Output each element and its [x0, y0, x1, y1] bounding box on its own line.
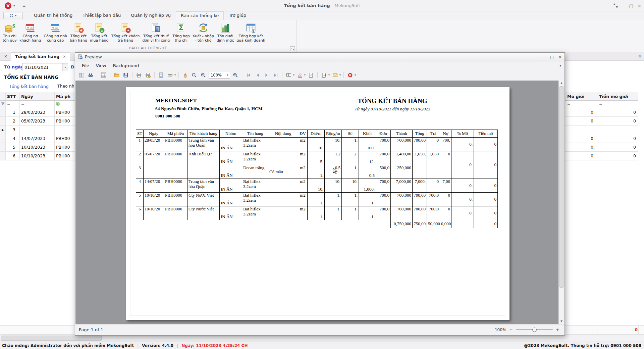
multipage-view-icon[interactable] [285, 71, 292, 79]
open-icon[interactable] [113, 71, 120, 79]
ribbon-tab-quan-tri-he-thong[interactable]: Quản trị hệ thống [29, 11, 77, 20]
email-icon[interactable] [331, 71, 339, 79]
panel-close-icon[interactable]: × [638, 54, 642, 59]
quick-access-dropdown-icon[interactable]: ▾ [13, 4, 15, 7]
page-color-dropdown-icon[interactable]: ▾ [304, 73, 306, 77]
table-row[interactable]: 0.0 [565, 143, 638, 152]
zoom-plus-icon[interactable]: + [556, 327, 559, 332]
table-row[interactable]: 414/07/2023PBH00 [0, 134, 81, 143]
table-row[interactable]: 0.0 [565, 117, 638, 126]
col-header-ngay[interactable]: Ngày [20, 92, 55, 101]
ribbon-tab-thiet-lap-ban-dau[interactable]: Thiết lập ban đầu [77, 11, 126, 20]
preview-minimize-button[interactable]: ─ [543, 55, 545, 59]
document-map-icon[interactable] [78, 71, 85, 79]
close-preview-icon[interactable] [346, 71, 354, 79]
zoom-slider-thumb[interactable] [532, 328, 537, 332]
maximize-button[interactable]: □ [629, 4, 633, 8]
ribbon-button-tong-ket-thue[interactable]: Tổng kết thuếđơn vị thi công [141, 21, 171, 44]
page-setup-icon[interactable] [157, 71, 165, 79]
filter-cell-stt[interactable]: = [6, 101, 20, 108]
scroll-up-icon[interactable]: ▲ [559, 81, 564, 86]
col-header-stt[interactable]: STT [6, 92, 20, 101]
ribbon-button-tong-ket-ban-hang[interactable]: Tổng kếtbán hàng [68, 21, 89, 44]
menu-file[interactable]: File [78, 62, 93, 69]
export-dropdown-icon[interactable]: ▾ [328, 73, 330, 77]
menubar-overflow-icon[interactable]: ▾ [557, 63, 563, 68]
close-all-tabs-icon[interactable]: × [4, 54, 7, 59]
watermark-icon[interactable]: A [307, 71, 315, 79]
table-row[interactable]: 205/07/2023PBH00 [0, 117, 81, 126]
hand-tool-icon[interactable] [181, 71, 189, 79]
ribbon-button-xuat-nhap-ton-kho[interactable]: Xuất - nhập- tồn kho [191, 21, 215, 44]
table-row[interactable]: 128/03/2023PBH00 [0, 108, 81, 117]
zoom-combo[interactable]: 100% ▾ [209, 72, 230, 79]
next-page-icon[interactable] [263, 71, 270, 79]
menu-view[interactable]: View [93, 62, 110, 69]
minimize-button[interactable]: ─ [622, 4, 625, 8]
table-row[interactable]: 510/10/2023PBH00 [0, 143, 81, 152]
table-row[interactable]: 610/10/2023PBH00 [0, 152, 81, 160]
col-header-mo-gioi[interactable]: Mô giới [565, 92, 597, 101]
ribbon-button-tong-ket-khach-tra-hang[interactable]: Tổng kết kháchtrả hàng [110, 21, 141, 44]
zoom-in-icon[interactable] [232, 71, 239, 79]
ribbon-button-tong-ket-mua-hang[interactable]: Tổng kếtmua hàng [89, 21, 110, 44]
scrollbar-thumb[interactable] [1, 336, 102, 341]
table-row[interactable]: 0.0 [565, 134, 638, 143]
filter-cell-tien-mo-gioi[interactable]: = [597, 101, 638, 108]
ribbon-tab-quan-ly-nghiep-vu[interactable]: Quản lý nghiệp vụ [126, 11, 176, 20]
ribbon-button-ton-duoi-dinh-muc[interactable]: Tồn dướiđịnh mức [215, 21, 235, 44]
preview-close-button[interactable]: × [558, 55, 562, 59]
page-color-icon[interactable] [296, 71, 304, 79]
col-header-tien-mo-gioi[interactable]: Tiền mô giới [597, 92, 638, 101]
prev-page-icon[interactable] [254, 71, 261, 79]
magnifier-icon[interactable] [191, 71, 198, 79]
vertical-scrollbar[interactable]: ▲ ▼ [558, 81, 564, 324]
date-dropdown-icon[interactable]: ▾ [62, 63, 68, 71]
preview-maximize-button[interactable]: □ [550, 55, 554, 59]
scroll-down-icon[interactable]: ▼ [559, 319, 564, 324]
table-row[interactable]: 0.0 [565, 108, 638, 117]
ribbon-button-thu-chi-ton-quy[interactable]: $ Thu chitồn quỹ [1, 21, 18, 44]
ribbon-pin-icon[interactable]: ≡ [22, 3, 26, 8]
filter-cell-mo-gioi[interactable]: = [565, 101, 597, 108]
close-preview-dropdown-icon[interactable]: ▾ [355, 73, 356, 77]
find-icon[interactable] [87, 71, 94, 79]
last-page-icon[interactable] [272, 71, 279, 79]
app-logo-icon[interactable]: V [5, 2, 11, 9]
table-row[interactable]: 0.0 [565, 152, 638, 160]
ribbon-button-tong-hop-thu-chi[interactable]: Σ Tổng hợpthu chi [171, 21, 191, 44]
scale-icon[interactable] [166, 71, 174, 79]
zoom-slider[interactable] [516, 329, 553, 330]
from-date-input[interactable]: 01/10/2021 ▾ [22, 63, 68, 71]
close-button[interactable]: × [638, 4, 641, 8]
fullscreen-icon[interactable] [613, 3, 618, 8]
scrollbar-thumb[interactable] [559, 86, 564, 288]
ribbon-tab-bao-cao-thong-ke[interactable]: Báo cáo thống kê [176, 11, 224, 20]
first-page-icon[interactable] [245, 71, 252, 79]
subtab-tong-ket-ban-hang[interactable]: Tổng kết bán hàng [5, 82, 53, 91]
export-icon[interactable] [320, 71, 328, 79]
ribbon-tab-tro-giup[interactable]: Trợ giúp [224, 11, 251, 20]
save-icon[interactable] [122, 71, 129, 79]
filter-cell-ngay[interactable]: = [20, 101, 55, 108]
menu-background[interactable]: Background [110, 62, 143, 69]
ribbon-button-cong-no-khach-hang[interactable]: Công nợkhách hàng [18, 21, 42, 44]
ribbon-button-cong-no-nha-cung-cap[interactable]: Công nợ nhàcung cấp [42, 21, 68, 44]
preview-titlebar[interactable]: Preview ─ □ × [75, 53, 565, 61]
zoom-combo-dropdown-icon[interactable]: ▾ [225, 73, 230, 77]
zoom-out-icon[interactable] [200, 71, 207, 79]
scale-dropdown-icon[interactable]: ▾ [174, 73, 176, 77]
quick-print-icon[interactable] [144, 71, 152, 79]
doc-tab-tong-ket-ban-hang[interactable]: Tổng kết bán hàng × [11, 52, 70, 61]
email-dropdown-icon[interactable]: ▾ [339, 73, 341, 77]
print-icon[interactable] [135, 71, 143, 79]
table-row-current[interactable]: ▶3 [0, 126, 81, 134]
multipage-dropdown-icon[interactable]: ▾ [293, 73, 294, 77]
zoom-minus-icon[interactable]: − [509, 327, 513, 332]
customize-grid-icon[interactable] [100, 71, 107, 79]
ribbon-button-tong-hop-ket-qua-kinh-doanh[interactable]: Σ Tổng hợp kếtquả kinh doanh [235, 21, 266, 44]
group-dialog-launcher-icon[interactable] [290, 46, 295, 51]
tab-close-icon[interactable]: × [63, 54, 66, 59]
table-row[interactable] [565, 126, 638, 134]
app-menu-button[interactable]: ▾ [3, 12, 23, 19]
